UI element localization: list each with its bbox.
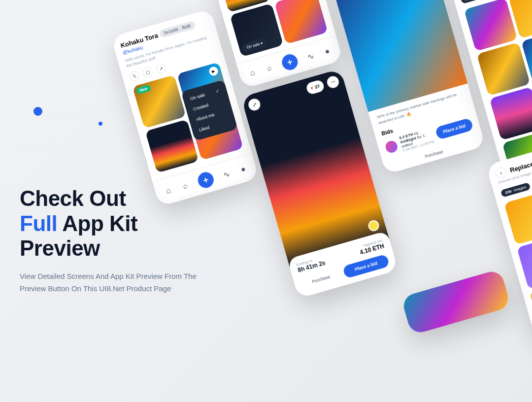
nft-tile[interactable] bbox=[274, 0, 328, 44]
replace-title: Replace cover bbox=[509, 155, 532, 174]
hero-line3: Preview bbox=[20, 236, 100, 260]
replace-tile[interactable] bbox=[517, 236, 532, 290]
cover-tile[interactable] bbox=[477, 42, 531, 96]
place-bid-button[interactable]: Place a bid bbox=[434, 118, 473, 140]
activity-icon[interactable]: ∿ bbox=[305, 51, 316, 62]
decor-dot-small bbox=[99, 122, 102, 126]
play-icon[interactable]: ▶ bbox=[208, 66, 219, 77]
hero-line2-rest: App Kit bbox=[57, 211, 137, 235]
twitter-icon[interactable]: 𝕏 bbox=[129, 70, 141, 82]
replace-tile[interactable] bbox=[530, 280, 532, 334]
share-icon[interactable]: ↗ bbox=[155, 63, 167, 75]
add-button[interactable]: + bbox=[280, 52, 300, 72]
cover-tile[interactable] bbox=[490, 87, 532, 140]
search-icon[interactable]: ⌕ bbox=[264, 63, 275, 73]
new-badge: New bbox=[135, 85, 152, 95]
decor-dot-large bbox=[33, 107, 42, 116]
nft-tile[interactable]: On sale ▾ bbox=[230, 3, 283, 57]
strip-art[interactable] bbox=[401, 269, 511, 335]
bidder-avatar[interactable] bbox=[384, 139, 399, 154]
hero-accent: Full bbox=[20, 211, 57, 235]
home-icon[interactable]: ⌂ bbox=[247, 67, 258, 78]
onsale-chip[interactable]: On sale ▾ bbox=[241, 37, 268, 54]
add-button[interactable]: + bbox=[196, 170, 216, 190]
search-icon[interactable]: ⌕ bbox=[180, 181, 191, 192]
check-icon: ✓ bbox=[215, 88, 220, 94]
profile-icon[interactable]: ● bbox=[238, 164, 249, 175]
replace-tile[interactable] bbox=[504, 191, 532, 245]
activity-icon[interactable]: ∿ bbox=[221, 169, 232, 180]
home-icon[interactable]: ⌂ bbox=[163, 185, 174, 196]
nft-tile[interactable]: New bbox=[133, 75, 186, 129]
instagram-icon[interactable]: ◻ bbox=[142, 66, 154, 78]
hero-line1: Check Out bbox=[20, 186, 126, 210]
cover-tile[interactable] bbox=[464, 0, 518, 51]
heart-icon: ♥ bbox=[310, 85, 314, 91]
profile-icon[interactable]: ● bbox=[322, 46, 332, 57]
phone-strip bbox=[401, 269, 511, 335]
